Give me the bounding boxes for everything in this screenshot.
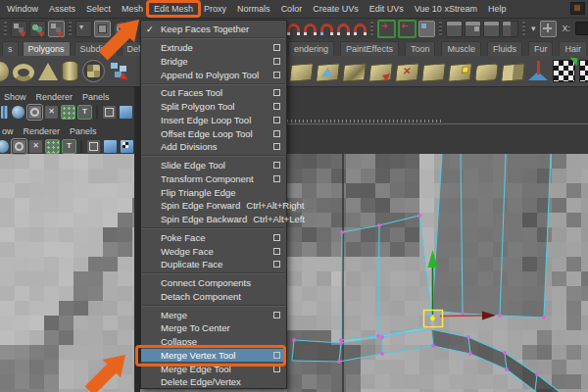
menu-item-append-to-polygon-tool[interactable]: Append to Polygon Tool: [141, 68, 286, 81]
menu-item-merge-edge-tool[interactable]: Merge Edge Tool: [141, 362, 286, 375]
scatter-objects-icon[interactable]: [109, 61, 129, 81]
render-settings-icon[interactable]: [483, 21, 500, 37]
shaded-sphere-icon[interactable]: [0, 139, 10, 154]
menu-item-wedge-face[interactable]: Wedge Face: [141, 244, 286, 258]
shelf-tab-fluids[interactable]: Fluids: [487, 41, 522, 56]
no-texture-icon[interactable]: [44, 105, 59, 120]
side-viewport[interactable]: [0, 154, 134, 392]
toolbar-grip[interactable]: [439, 22, 442, 36]
wireframe-cube-icon[interactable]: [86, 139, 101, 154]
menubar-item-color[interactable]: Color: [279, 3, 305, 15]
menu-item-flip-triangle-edge[interactable]: Flip Triangle Edge: [141, 185, 286, 199]
menubar-item-help[interactable]: Help: [486, 3, 509, 15]
menu-item-spin-edge-backward[interactable]: Spin Edge BackwardCtrl+Alt+Left: [141, 213, 286, 226]
lighting-icon[interactable]: [45, 139, 60, 154]
active-object-icon[interactable]: [94, 21, 111, 37]
panel-menu-ow[interactable]: ow: [2, 126, 14, 136]
option-box-icon[interactable]: [273, 58, 280, 65]
shelf-tab-endering[interactable]: endering: [288, 41, 334, 56]
option-box-icon[interactable]: [273, 175, 280, 182]
wireframe-circle-icon[interactable]: [27, 105, 42, 120]
lighting-icon[interactable]: [61, 105, 75, 120]
texture-letter-icon[interactable]: [77, 105, 92, 120]
axis-manipulator-icon[interactable]: [528, 61, 549, 81]
toolbar-grip[interactable]: [370, 22, 373, 36]
menu-item-spin-edge-forward[interactable]: Spin Edge ForwardCtrl+Alt+Right: [141, 199, 286, 213]
snap-point-icon[interactable]: [318, 22, 333, 36]
ring-icon[interactable]: [113, 21, 129, 37]
option-box-icon[interactable]: [273, 352, 280, 359]
shaded-cube-icon[interactable]: [119, 105, 133, 120]
menu-item-connect-components[interactable]: Connect Components: [141, 276, 286, 290]
menu-item-keep-faces-together[interactable]: ✓Keep Faces Together: [141, 23, 286, 36]
toolbar-grip[interactable]: [69, 22, 72, 36]
menubar-item-window[interactable]: Window: [5, 3, 40, 15]
checker-flag-icon-2[interactable]: [579, 60, 588, 82]
option-box-icon[interactable]: [273, 248, 280, 255]
menu-item-cut-faces-tool[interactable]: Cut Faces Tool: [141, 86, 286, 100]
snap-grid-icon[interactable]: [285, 22, 300, 36]
menu-item-delete-edge-vertex[interactable]: Delete Edge/Vertex: [141, 375, 286, 389]
menubar-item-mesh[interactable]: Mesh: [120, 3, 145, 15]
shelf-tab-toon[interactable]: Toon: [405, 41, 436, 56]
platonic-solid-icon[interactable]: [82, 60, 105, 82]
menu-item-merge-to-center[interactable]: Merge To Center: [141, 321, 286, 335]
option-box-icon[interactable]: [273, 234, 280, 241]
menubar-item-assets[interactable]: Assets: [47, 3, 77, 15]
shelf-tab-polygons[interactable]: Polygons: [23, 41, 71, 56]
wireframe-circle-icon[interactable]: [12, 139, 26, 154]
shaded-sphere-icon[interactable]: [11, 105, 25, 120]
torus-primitive-icon[interactable]: [13, 64, 34, 81]
toolbar-grip[interactable]: [522, 22, 525, 36]
poly-separate-icon[interactable]: [368, 63, 393, 82]
poly-bevel-icon[interactable]: [448, 63, 472, 82]
shaded-cube-icon[interactable]: [103, 139, 118, 154]
sidebar-chevron-icon[interactable]: ▾: [531, 24, 536, 33]
option-box-icon[interactable]: [273, 130, 280, 137]
panel-menu-panels[interactable]: Panels: [70, 126, 97, 136]
option-box-icon[interactable]: [273, 162, 280, 169]
render-frame-icon[interactable]: [446, 21, 463, 37]
panel-menu-renderer[interactable]: Renderer: [36, 92, 74, 102]
render-sequence-icon[interactable]: [502, 21, 518, 37]
collapse-chevron-icon[interactable]: [75, 21, 92, 37]
menubar-item-normals[interactable]: Normals: [235, 3, 272, 15]
input-connections-icon[interactable]: [377, 20, 396, 38]
panel-menu-show[interactable]: Show: [4, 92, 26, 102]
output-connections-icon[interactable]: [398, 20, 416, 38]
cone-primitive-icon[interactable]: [38, 63, 58, 80]
menubar-item-edit-mesh[interactable]: Edit Mesh: [152, 3, 195, 15]
menu-item-duplicate-face[interactable]: Duplicate Face: [141, 258, 286, 271]
menu-item-extrude[interactable]: Extrude: [141, 41, 286, 55]
wireframe-cube-icon[interactable]: [102, 105, 117, 120]
menu-item-detach-component[interactable]: Detach Component: [141, 290, 286, 304]
shelf-tab-hair[interactable]: Hair: [559, 41, 587, 56]
menu-item-bridge[interactable]: Bridge: [141, 55, 286, 69]
poly-cube-icon[interactable]: [316, 63, 340, 82]
menu-item-collapse[interactable]: Collapse: [141, 335, 286, 349]
shelf-tab-muscle[interactable]: Muscle: [441, 41, 481, 56]
option-box-icon[interactable]: [273, 89, 280, 96]
shelf-tab-painteffects[interactable]: PaintEffects: [340, 41, 399, 56]
toolbar-grip[interactable]: [4, 22, 7, 36]
shelf-tab-s[interactable]: s: [2, 41, 19, 56]
option-box-icon[interactable]: [273, 103, 280, 110]
menubar-item-create-uvs[interactable]: Create UVs: [311, 3, 361, 15]
menu-item-add-divisions[interactable]: Add Divisions: [141, 140, 286, 154]
select-hierarchy-icon[interactable]: [11, 21, 27, 37]
option-box-icon[interactable]: [273, 117, 280, 123]
option-box-icon[interactable]: [273, 72, 280, 78]
no-texture-icon[interactable]: [28, 139, 43, 154]
titlebar-corner-icon[interactable]: [570, 2, 585, 15]
menubar-item-proxy[interactable]: Proxy: [202, 3, 228, 15]
ruler-icon[interactable]: [0, 105, 9, 120]
textured-cube-icon[interactable]: [120, 139, 134, 154]
poly-combine-icon[interactable]: [342, 63, 367, 82]
x-coordinate-input[interactable]: [575, 22, 588, 35]
panel-menu-renderer[interactable]: Renderer: [24, 126, 61, 136]
menu-item-merge[interactable]: Merge: [141, 308, 286, 321]
snap-view-icon[interactable]: [352, 22, 367, 36]
channel-target-icon[interactable]: [540, 21, 557, 37]
construction-history-icon[interactable]: [418, 21, 435, 37]
select-object-icon[interactable]: [29, 21, 46, 37]
